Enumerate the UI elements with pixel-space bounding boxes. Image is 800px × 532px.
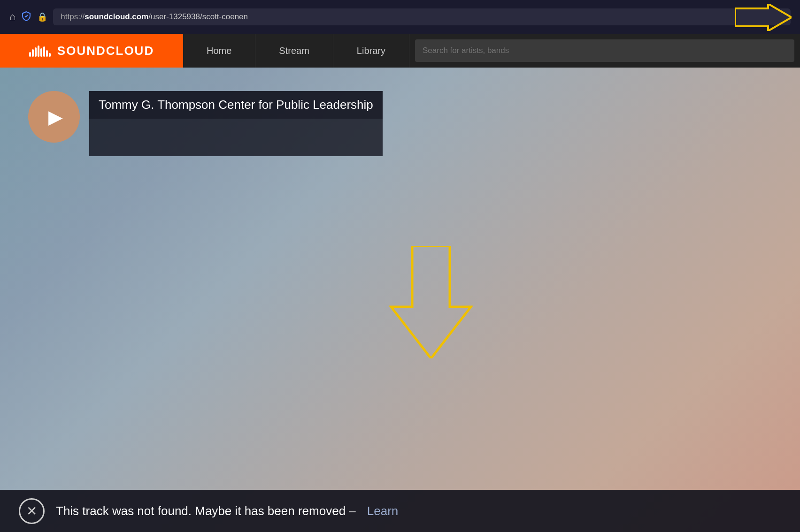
shield-icon [21, 11, 31, 23]
nav-bar: SOUNDCLOUD Home Stream Library [0, 34, 800, 68]
logo-text: SOUNDCLOUD [57, 44, 154, 58]
search-input[interactable] [415, 39, 794, 62]
main-content: ▶ Tommy G. Thompson Center for Public Le… [0, 68, 800, 532]
lock-icon: 🔒 [37, 12, 47, 22]
svg-rect-5 [40, 48, 42, 57]
url-bar[interactable]: https://soundcloud.com/user-1325938/scot… [53, 8, 791, 25]
home-icon[interactable]: ⌂ [9, 11, 15, 23]
track-title: Tommy G. Thompson Center for Public Lead… [99, 98, 373, 112]
svg-rect-6 [43, 46, 45, 57]
svg-marker-9 [391, 246, 471, 358]
svg-rect-8 [49, 53, 51, 57]
play-icon: ▶ [48, 106, 63, 128]
nav-links: Home Stream Library [183, 34, 800, 68]
browser-bar: ⌂ 🔒 https://soundcloud.com/user-1325938/… [0, 0, 800, 34]
error-icon: ✕ [19, 498, 45, 524]
url-text: https://soundcloud.com/user-1325938/scot… [61, 12, 248, 22]
nav-home[interactable]: Home [183, 34, 255, 68]
svg-rect-2 [32, 49, 34, 57]
svg-rect-1 [29, 52, 31, 57]
track-title-bar: Tommy G. Thompson Center for Public Lead… [89, 91, 383, 119]
nav-library[interactable]: Library [333, 34, 409, 68]
track-area: ▶ Tommy G. Thompson Center for Public Le… [28, 91, 383, 156]
track-sub [89, 119, 383, 156]
x-icon: ✕ [26, 503, 37, 519]
play-button[interactable]: ▶ [28, 91, 80, 143]
svg-rect-3 [35, 47, 37, 57]
annotation-arrow-down [379, 246, 483, 360]
svg-rect-4 [38, 46, 39, 57]
track-info: Tommy G. Thompson Center for Public Lead… [89, 91, 383, 156]
svg-rect-7 [46, 50, 48, 57]
nav-logo[interactable]: SOUNDCLOUD [0, 34, 183, 68]
error-learn-link[interactable]: Learn [367, 504, 399, 518]
svg-marker-0 [735, 4, 792, 31]
annotation-arrow-right [735, 4, 792, 33]
error-message: This track was not found. Maybe it has b… [56, 504, 356, 518]
nav-stream[interactable]: Stream [255, 34, 333, 68]
error-bar: ✕ This track was not found. Maybe it has… [0, 490, 800, 532]
